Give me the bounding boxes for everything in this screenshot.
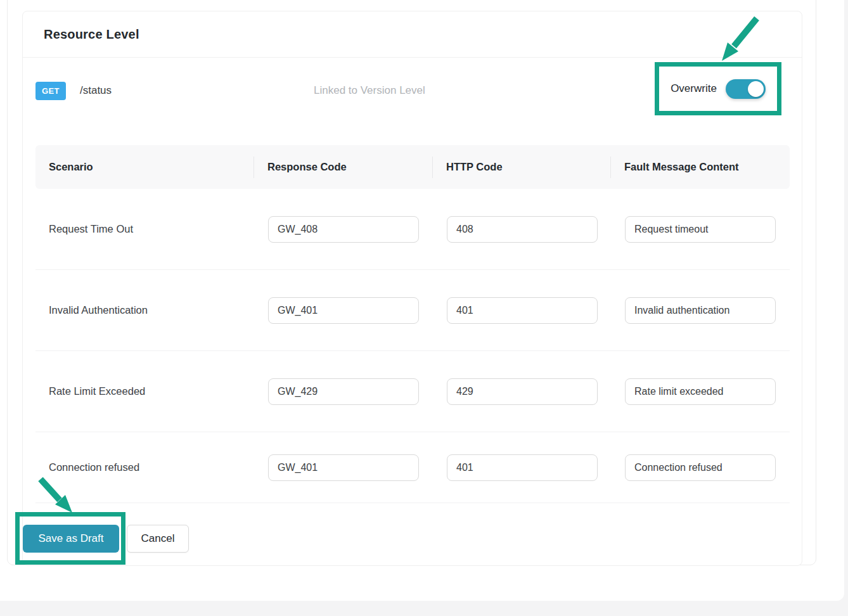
fault-message-input[interactable] [625, 297, 776, 324]
column-header-fault-message: Fault Message Content [611, 145, 790, 189]
table-row: Connection refused [35, 432, 790, 503]
column-header-http-code: HTTP Code [433, 145, 611, 189]
table-row: Request Time Out [35, 189, 790, 270]
overwrite-annotation-box: Overwrite [655, 62, 781, 115]
response-code-input[interactable] [268, 454, 419, 481]
http-code-input[interactable] [447, 216, 598, 243]
toggle-knob-icon [748, 81, 764, 97]
response-code-input[interactable] [268, 216, 419, 243]
table-header-row: Scenario Response Code HTTP Code Fault M… [35, 145, 790, 189]
resource-row: GET /status [35, 81, 112, 100]
save-as-draft-button[interactable]: Save as Draft [23, 525, 119, 553]
content-area: Resource Level GET /status Linked to Ver… [0, 0, 844, 601]
footer-band [0, 601, 848, 616]
http-code-input[interactable] [447, 297, 598, 324]
card-header: Resource Level [23, 11, 802, 58]
column-header-scenario: Scenario [35, 145, 254, 189]
column-header-response-code: Response Code [254, 145, 433, 189]
table-row: Rate Limit Exceeded [35, 351, 790, 432]
http-code-input[interactable] [447, 454, 598, 481]
table-row: Invalid Authentication [35, 270, 790, 351]
overwrite-label: Overwrite [671, 82, 717, 95]
http-method-badge: GET [35, 82, 66, 100]
http-code-input[interactable] [447, 378, 598, 405]
page-title: Resource Level [44, 27, 139, 42]
resource-level-card: Resource Level GET /status Linked to Ver… [22, 11, 802, 566]
response-code-input[interactable] [268, 378, 419, 405]
fault-table: Scenario Response Code HTTP Code Fault M… [35, 145, 790, 503]
page: Resource Level GET /status Linked to Ver… [0, 0, 848, 616]
scenario-label: Rate Limit Exceeded [35, 385, 254, 397]
linked-note: Linked to Version Level [314, 84, 425, 97]
cancel-button[interactable]: Cancel [127, 525, 189, 553]
scenario-label: Request Time Out [35, 223, 254, 235]
response-code-input[interactable] [268, 297, 419, 324]
resource-path: /status [80, 84, 112, 97]
overwrite-toggle[interactable] [726, 79, 766, 99]
fault-message-input[interactable] [625, 216, 776, 243]
fault-message-input[interactable] [625, 378, 776, 405]
fault-message-input[interactable] [625, 454, 776, 481]
scenario-label: Invalid Authentication [35, 304, 254, 316]
scenario-label: Connection refused [35, 461, 254, 473]
